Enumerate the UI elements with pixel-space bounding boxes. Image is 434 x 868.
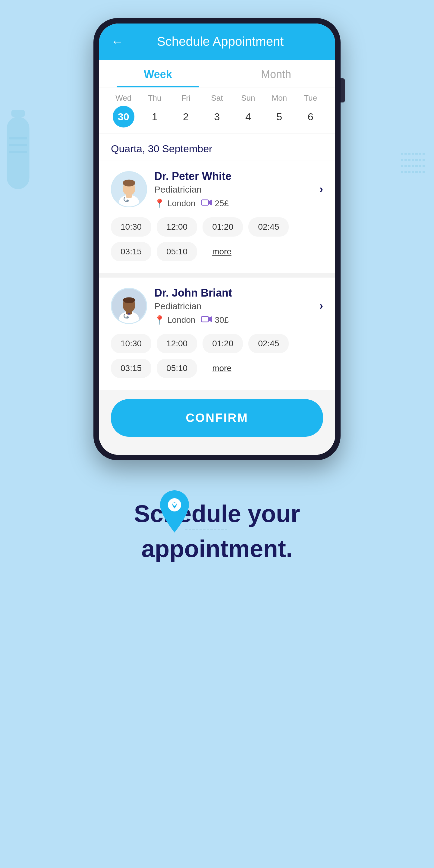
- chevron-right-icon-2[interactable]: ›: [319, 300, 323, 312]
- time-slot-0315-2[interactable]: 03:15: [111, 359, 151, 378]
- doctor-card-john-briant: Dr. John Briant Pediatrician 📍 London: [99, 273, 335, 390]
- day-sun[interactable]: Sun 4: [233, 93, 264, 127]
- app-header: ← Schedule Appointment: [99, 24, 335, 60]
- time-slot-0120-2[interactable]: 01:20: [203, 334, 243, 353]
- day-sat[interactable]: Sat 3: [201, 93, 232, 127]
- phone-frame: ← Schedule Appointment Week Month Wed 30…: [93, 18, 341, 460]
- time-slot-1030-2[interactable]: 10:30: [111, 334, 151, 353]
- doctor-location-john-briant: 📍 London: [154, 315, 195, 325]
- more-slots-john-briant[interactable]: more: [203, 359, 241, 378]
- dashed-line: [185, 529, 227, 530]
- time-slot-0245-1[interactable]: 02:45: [248, 217, 289, 237]
- selected-date-label: Quarta, 30 September: [99, 134, 335, 161]
- svg-marker-16: [209, 199, 212, 206]
- svg-rect-3: [9, 144, 27, 147]
- doctor-specialty-peter-white: Pediatrician: [154, 184, 312, 195]
- day-thu[interactable]: Thu 1: [139, 93, 170, 127]
- day-num-fri: 2: [175, 106, 197, 127]
- time-slot-1200-1[interactable]: 12:00: [157, 217, 197, 237]
- doctor-avatar-peter-white: [111, 171, 147, 207]
- tab-week[interactable]: Week: [99, 60, 217, 87]
- svg-point-13: [123, 179, 135, 186]
- svg-rect-4: [9, 151, 27, 153]
- location-icon-1: 📍: [154, 198, 165, 208]
- tab-bar: Week Month: [99, 60, 335, 87]
- day-name-sun: Sun: [241, 93, 255, 103]
- promo-section: Schedule your appointment.: [110, 484, 324, 593]
- svg-rect-15: [201, 200, 209, 205]
- doctor-info-row-1: Dr. Peter White Pediatrician 📍 London: [111, 170, 323, 208]
- more-slots-peter-white[interactable]: more: [203, 242, 241, 261]
- doctor-name-john-briant: Dr. John Briant: [154, 287, 312, 299]
- tab-month[interactable]: Month: [217, 60, 335, 87]
- back-button[interactable]: ←: [111, 35, 124, 48]
- svg-rect-2: [9, 137, 27, 140]
- day-num-mon: 5: [269, 106, 290, 127]
- day-name-tue: Tue: [304, 93, 317, 103]
- day-fri[interactable]: Fri 2: [170, 93, 201, 127]
- day-num-thu: 1: [144, 106, 165, 127]
- bg-bottle-decoration: [0, 105, 36, 196]
- doctor-info-row-2: Dr. John Briant Pediatrician 📍 London: [111, 287, 323, 325]
- doctor-location-peter-white: 📍 London: [154, 198, 195, 208]
- page-title: Schedule Appointment: [133, 34, 323, 49]
- svg-rect-0: [11, 110, 25, 117]
- confirm-button[interactable]: CONFIRM: [111, 399, 323, 437]
- map-pin-large-icon: [158, 490, 191, 532]
- video-icon-1: [201, 198, 212, 208]
- day-name-thu: Thu: [148, 93, 161, 103]
- doctor-details-peter-white: Dr. Peter White Pediatrician 📍 London: [154, 170, 312, 208]
- day-mon[interactable]: Mon 5: [264, 93, 295, 127]
- time-slot-0245-2[interactable]: 02:45: [248, 334, 289, 353]
- svg-point-14: [126, 199, 129, 202]
- calendar-row: Wed 30 Thu 1 Fri 2 Sat 3 Sun 4: [99, 87, 335, 134]
- promo-text-block: Schedule your appointment.: [110, 493, 324, 563]
- time-slot-1030-1[interactable]: 10:30: [111, 217, 151, 237]
- phone-screen: ← Schedule Appointment Week Month Wed 30…: [99, 24, 335, 455]
- time-slot-0315-1[interactable]: 03:15: [111, 242, 151, 261]
- svg-point-22: [126, 316, 129, 318]
- day-name-sat: Sat: [211, 93, 223, 103]
- doctor-card-peter-white: Dr. Peter White Pediatrician 📍 London: [99, 161, 335, 273]
- phone-mockup: ← Schedule Appointment Week Month Wed 30…: [93, 18, 341, 460]
- time-slot-0120-1[interactable]: 01:20: [203, 217, 243, 237]
- doctor-video-price-john-briant: 30£: [201, 315, 229, 325]
- day-num-tue: 6: [300, 106, 321, 127]
- svg-marker-24: [209, 316, 212, 322]
- day-tue[interactable]: Tue 6: [295, 93, 326, 127]
- doctor-meta-peter-white: 📍 London 25£: [154, 198, 312, 208]
- promo-line2: appointment.: [134, 534, 300, 563]
- location-icon-2: 📍: [154, 315, 165, 325]
- svg-rect-23: [201, 316, 209, 322]
- doctor-video-price-peter-white: 25£: [201, 198, 229, 208]
- day-name-fri: Fri: [181, 93, 190, 103]
- svg-point-26: [173, 503, 176, 506]
- doctor-meta-john-briant: 📍 London 30£: [154, 315, 312, 325]
- doctor-specialty-john-briant: Pediatrician: [154, 301, 312, 311]
- time-slot-0510-1[interactable]: 05:10: [157, 242, 197, 261]
- day-num-wed: 30: [113, 106, 134, 127]
- day-name-mon: Mon: [272, 93, 287, 103]
- video-icon-2: [201, 315, 212, 324]
- day-name-wed: Wed: [116, 93, 131, 103]
- time-slot-1200-2[interactable]: 12:00: [157, 334, 197, 353]
- doctor-details-john-briant: Dr. John Briant Pediatrician 📍 London: [154, 287, 312, 325]
- time-slots-peter-white: 10:30 12:00 01:20 02:45 03:15 05:10 more: [111, 214, 323, 264]
- doctor-avatar-john-briant: [111, 288, 147, 324]
- day-wed[interactable]: Wed 30: [108, 93, 139, 127]
- bg-lines-decoration: [401, 151, 425, 175]
- day-num-sun: 4: [237, 106, 259, 127]
- day-num-sat: 3: [206, 106, 228, 127]
- svg-point-21: [123, 297, 135, 303]
- doctor-name-peter-white: Dr. Peter White: [154, 170, 312, 183]
- time-slots-john-briant: 10:30 12:00 01:20 02:45 03:15 05:10 more: [111, 331, 323, 381]
- chevron-right-icon-1[interactable]: ›: [319, 183, 323, 195]
- confirm-section: CONFIRM: [99, 390, 335, 455]
- time-slot-0510-2[interactable]: 05:10: [157, 359, 197, 378]
